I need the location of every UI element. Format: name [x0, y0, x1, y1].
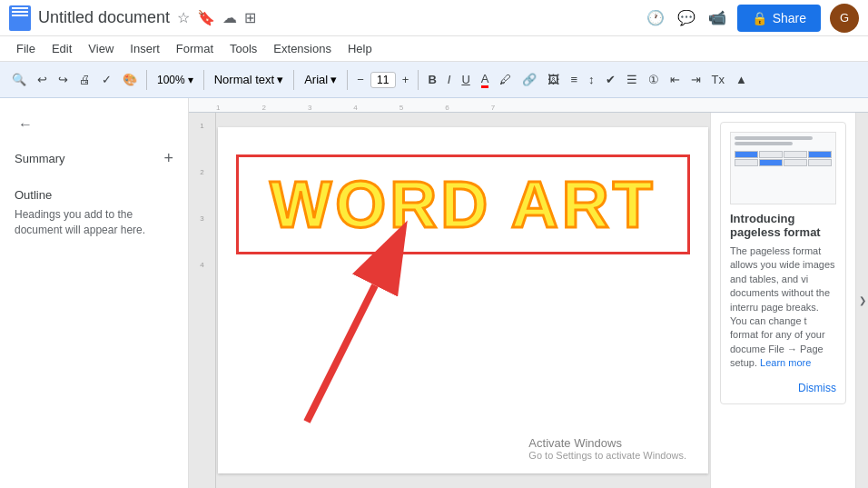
zoom-value: 100%: [157, 74, 185, 86]
more-options-btn[interactable]: ▲: [731, 69, 752, 90]
preview-cell-3: [784, 151, 807, 158]
menu-help[interactable]: Help: [340, 39, 380, 58]
title-bar: Untitled document ☆ 🔖 ☁ ⊞ 🕐 💬 📹 🔒 Share …: [0, 0, 868, 36]
panel-description: The pageless format allows you wide imag…: [730, 244, 836, 371]
menu-file[interactable]: File: [9, 39, 43, 58]
zoom-dropdown[interactable]: 100% ▾: [152, 71, 199, 89]
share-button[interactable]: 🔒 Share: [737, 5, 821, 32]
lock-icon: 🔒: [752, 11, 767, 25]
align-btn[interactable]: ≡: [566, 69, 582, 90]
style-value: Normal text: [214, 73, 274, 86]
sidebar-add-button[interactable]: +: [163, 149, 173, 168]
font-dropdown[interactable]: Arial ▾: [299, 70, 342, 89]
watermark-title: Activate Windows: [528, 436, 686, 450]
toolbar-separator-5: [418, 70, 419, 90]
toolbar-separator-4: [347, 70, 348, 90]
sidebar-header: ←: [0, 107, 188, 142]
menu-insert[interactable]: Insert: [123, 39, 167, 58]
numbered-list-btn[interactable]: ①: [644, 69, 664, 90]
bookmark-icon[interactable]: 🔖: [195, 7, 217, 28]
checklist-btn[interactable]: ✔: [601, 69, 620, 90]
preview-cell-2: [759, 151, 783, 158]
undo-btn[interactable]: ↩: [33, 69, 52, 90]
redo-btn[interactable]: ↪: [54, 69, 73, 90]
clear-format-btn[interactable]: Tx: [707, 69, 729, 90]
style-chevron-icon: ▾: [277, 73, 283, 86]
preview-cell-6: [759, 159, 783, 166]
avatar[interactable]: G: [830, 4, 859, 33]
word-art-text: WORD ART: [257, 172, 669, 237]
underline-btn[interactable]: U: [457, 69, 474, 90]
title-right: 🕐 💬 📹 🔒 Share G: [645, 4, 859, 33]
toolbar-separator-1: [146, 70, 147, 90]
learn-more-link[interactable]: Learn more: [760, 357, 811, 368]
text-color-btn[interactable]: A: [477, 68, 494, 92]
doc-title: Untitled document: [38, 8, 170, 27]
menu-bar: File Edit View Insert Format Tools Exten…: [0, 36, 868, 62]
font-size-input[interactable]: [370, 72, 396, 88]
document-area: WORD ART: [216, 113, 710, 488]
dismiss-button[interactable]: Dismiss: [730, 376, 836, 394]
sidebar-summary-section: Summary +: [0, 142, 188, 175]
line-spacing-btn[interactable]: ↕: [584, 69, 599, 90]
toolbar-separator-2: [203, 70, 204, 90]
doc-title-row: Untitled document ☆ 🔖 ☁ ⊞: [38, 7, 645, 28]
panel-collapse-handle[interactable]: ❯: [855, 113, 868, 488]
spellcheck-btn[interactable]: ✓: [97, 69, 116, 90]
docs-logo-icon: [9, 5, 31, 31]
toolbar: 🔍 ↩ ↪ 🖨 ✓ 🎨 100% ▾ Normal text ▾ Arial ▾…: [0, 62, 868, 98]
cloud-save-icon[interactable]: ☁: [221, 7, 239, 28]
preview-cell-1: [735, 151, 758, 158]
font-size-decrease-btn[interactable]: −: [352, 69, 369, 90]
star-icon[interactable]: ☆: [175, 7, 192, 28]
link-btn[interactable]: 🔗: [518, 69, 541, 90]
highlight-btn[interactable]: 🖊: [495, 69, 516, 90]
ruler-v-2: 2: [200, 168, 203, 176]
watermark-sub: Go to Settings to activate Windows.: [528, 450, 686, 461]
preview-cell-7: [784, 159, 807, 166]
comment-icon[interactable]: 💬: [676, 7, 697, 28]
insert-image-btn[interactable]: 🖼: [543, 69, 564, 90]
windows-watermark: Activate Windows Go to Settings to activ…: [528, 436, 686, 461]
sidebar-outline-desc: Headings you add to the document will ap…: [15, 207, 173, 238]
menu-view[interactable]: View: [81, 39, 121, 58]
document-page: WORD ART: [218, 127, 708, 473]
preview-cell-4: [808, 151, 832, 158]
print-btn[interactable]: 🖨: [74, 69, 95, 90]
right-panel: Introducing pageless format The pageless…: [710, 113, 855, 488]
style-dropdown[interactable]: Normal text ▾: [209, 70, 289, 89]
history-icon[interactable]: ⊞: [242, 7, 258, 28]
sidebar-outline-section: Outline Headings you add to the document…: [0, 181, 188, 245]
preview-cell-5: [735, 159, 758, 166]
ruler-v-4: 4: [200, 261, 203, 269]
preview-cell-8: [808, 159, 832, 166]
preview-table: [735, 151, 832, 166]
menu-edit[interactable]: Edit: [44, 39, 79, 58]
preview-line-1: [735, 136, 813, 140]
share-label: Share: [773, 11, 806, 25]
history-clock-icon[interactable]: 🕐: [645, 7, 666, 28]
search-toolbar-btn[interactable]: 🔍: [7, 69, 31, 90]
bullet-list-btn[interactable]: ☰: [622, 69, 642, 90]
italic-btn[interactable]: I: [443, 69, 456, 90]
menu-tools[interactable]: Tools: [222, 39, 264, 58]
paint-format-btn[interactable]: 🎨: [118, 69, 142, 90]
meet-icon[interactable]: 📹: [706, 7, 728, 28]
menu-format[interactable]: Format: [169, 39, 221, 58]
ruler-v-1: 1: [200, 122, 203, 130]
increase-indent-btn[interactable]: ⇥: [686, 69, 705, 90]
bold-btn[interactable]: B: [423, 69, 440, 90]
word-art-container[interactable]: WORD ART: [236, 154, 690, 254]
collapse-chevron-icon: ❯: [859, 295, 866, 305]
sidebar-summary-title: Summary +: [15, 149, 173, 168]
font-value: Arial: [304, 73, 328, 86]
text-color-label: A: [481, 72, 489, 88]
menu-extensions[interactable]: Extensions: [266, 39, 339, 58]
panel-title: Introducing pageless format: [730, 212, 836, 239]
font-size-increase-btn[interactable]: +: [398, 69, 414, 90]
sidebar-back-button[interactable]: ←: [15, 113, 36, 136]
panel-preview-image: [730, 132, 836, 204]
horizontal-ruler: 1 2 3 4 5 6 7: [189, 98, 868, 113]
toolbar-separator-3: [293, 70, 294, 90]
decrease-indent-btn[interactable]: ⇤: [666, 69, 685, 90]
